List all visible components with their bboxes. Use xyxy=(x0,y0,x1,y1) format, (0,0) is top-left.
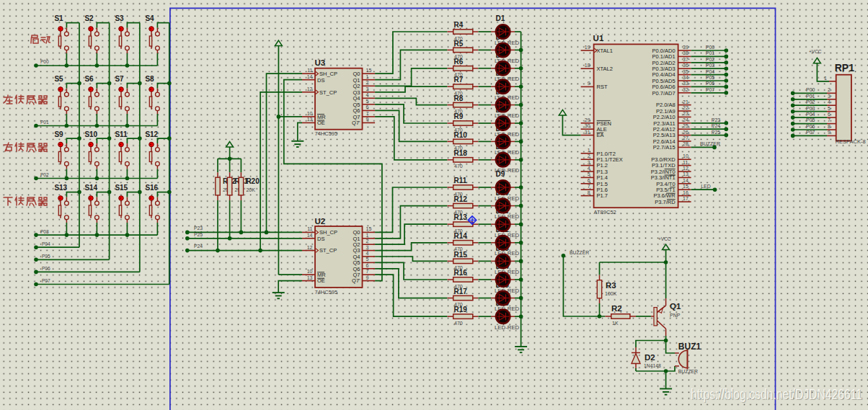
svg-text:S2: S2 xyxy=(84,14,94,22)
svg-text:P01: P01 xyxy=(806,94,815,99)
svg-text:6: 6 xyxy=(366,263,369,268)
svg-text:34: 34 xyxy=(683,75,688,80)
svg-text:R8: R8 xyxy=(454,94,464,102)
svg-text:P23: P23 xyxy=(712,117,721,122)
svg-text:R3: R3 xyxy=(606,281,616,290)
svg-text:XTAL2: XTAL2 xyxy=(597,66,613,72)
svg-text:P02: P02 xyxy=(40,172,49,177)
svg-text:R19: R19 xyxy=(454,306,468,313)
svg-text:P02: P02 xyxy=(806,99,815,104)
svg-text:P24: P24 xyxy=(194,244,203,249)
svg-text:P25: P25 xyxy=(194,232,203,237)
svg-text:R6: R6 xyxy=(454,58,464,66)
svg-text:24: 24 xyxy=(683,117,688,122)
svg-text:10: 10 xyxy=(307,111,313,116)
svg-text:ST_CP: ST_CP xyxy=(319,89,337,96)
svg-text:4: 4 xyxy=(828,99,831,104)
svg-text:13: 13 xyxy=(307,275,313,280)
svg-text:9: 9 xyxy=(588,81,590,86)
svg-text:P04: P04 xyxy=(806,112,815,117)
svg-text:RST: RST xyxy=(597,84,608,90)
svg-text:6: 6 xyxy=(366,104,369,110)
svg-text:DS: DS xyxy=(317,77,324,84)
svg-text:P01: P01 xyxy=(40,120,49,125)
svg-text:30: 30 xyxy=(585,123,590,128)
svg-text:R14: R14 xyxy=(454,232,468,240)
svg-text:+VCC: +VCC xyxy=(658,236,671,241)
svg-text:14: 14 xyxy=(683,178,688,183)
svg-text:P3.7/RD: P3.7/RD xyxy=(655,199,676,205)
svg-text:OE: OE xyxy=(317,120,325,126)
svg-text:S3: S3 xyxy=(115,14,124,22)
svg-text:P23: P23 xyxy=(194,226,203,231)
svg-text:Q7': Q7' xyxy=(352,277,360,284)
svg-text:P2.7/A15: P2.7/A15 xyxy=(653,144,676,151)
svg-text:21: 21 xyxy=(683,99,688,104)
svg-text:5: 5 xyxy=(828,106,831,111)
svg-text:R13: R13 xyxy=(454,213,468,221)
svg-text:P06: P06 xyxy=(706,81,715,86)
svg-text:P04: P04 xyxy=(42,241,50,246)
svg-text:BUZZER: BUZZER xyxy=(678,369,698,374)
svg-text:32: 32 xyxy=(683,87,688,92)
svg-text:P03: P03 xyxy=(806,106,815,111)
svg-text:D1: D1 xyxy=(496,14,505,22)
svg-text:P24: P24 xyxy=(712,123,721,128)
svg-text:S5: S5 xyxy=(54,75,63,83)
svg-text:LED-RED: LED-RED xyxy=(495,324,520,331)
svg-text:10: 10 xyxy=(683,153,688,159)
svg-text:S16: S16 xyxy=(145,184,158,192)
svg-text:S10: S10 xyxy=(84,130,97,138)
svg-text:P03: P03 xyxy=(40,229,49,234)
svg-text:31: 31 xyxy=(585,130,590,135)
svg-text:7: 7 xyxy=(588,184,590,189)
svg-text:2: 2 xyxy=(366,239,369,244)
svg-text:EA: EA xyxy=(597,132,604,138)
svg-text:36: 36 xyxy=(683,63,688,68)
svg-text:P06: P06 xyxy=(42,266,50,271)
svg-text:P07: P07 xyxy=(42,278,50,283)
svg-text:S9: S9 xyxy=(54,130,63,138)
svg-text:100K: 100K xyxy=(605,291,617,296)
svg-text:P06: P06 xyxy=(806,124,815,129)
svg-text:P05: P05 xyxy=(706,75,715,80)
svg-text:U3: U3 xyxy=(315,58,326,67)
svg-text:R20: R20 xyxy=(246,177,260,185)
svg-text:9: 9 xyxy=(828,130,831,135)
svg-text:15: 15 xyxy=(683,184,688,189)
svg-text:S8: S8 xyxy=(145,75,154,83)
svg-text:4: 4 xyxy=(588,166,590,171)
svg-text:17: 17 xyxy=(683,196,688,201)
svg-text:1K: 1K xyxy=(612,321,619,326)
svg-text:28: 28 xyxy=(683,141,688,146)
svg-text:R15: R15 xyxy=(454,251,468,259)
svg-text:R9: R9 xyxy=(454,112,464,120)
svg-text:2: 2 xyxy=(828,87,831,92)
svg-text:7: 7 xyxy=(828,117,831,122)
svg-text:DS: DS xyxy=(317,236,324,242)
svg-text:2: 2 xyxy=(366,80,369,85)
svg-text:74HC595: 74HC595 xyxy=(315,289,338,295)
svg-text:Q7': Q7' xyxy=(352,120,360,126)
svg-text:18: 18 xyxy=(585,63,590,68)
svg-text:14: 14 xyxy=(307,74,313,79)
svg-text:OE: OE xyxy=(317,277,325,284)
svg-text:6: 6 xyxy=(828,112,831,117)
svg-text:P07: P07 xyxy=(706,87,715,92)
svg-text:38: 38 xyxy=(683,50,688,55)
svg-text:RP1: RP1 xyxy=(835,62,854,73)
svg-text:P1.7: P1.7 xyxy=(597,192,608,199)
svg-text:12: 12 xyxy=(683,166,688,171)
svg-text:3: 3 xyxy=(366,245,369,250)
svg-text:22: 22 xyxy=(683,105,688,110)
svg-text:BUZZER: BUZZER xyxy=(700,141,720,146)
svg-text:1: 1 xyxy=(588,148,590,153)
svg-text:14: 14 xyxy=(307,233,313,238)
svg-text:2: 2 xyxy=(588,153,590,159)
svg-text:15: 15 xyxy=(366,226,372,231)
svg-text:+VCC: +VCC xyxy=(809,49,822,54)
svg-text:12: 12 xyxy=(307,86,313,92)
svg-text:LED: LED xyxy=(701,184,711,189)
svg-text:6: 6 xyxy=(588,178,590,183)
svg-text:470: 470 xyxy=(454,321,463,326)
